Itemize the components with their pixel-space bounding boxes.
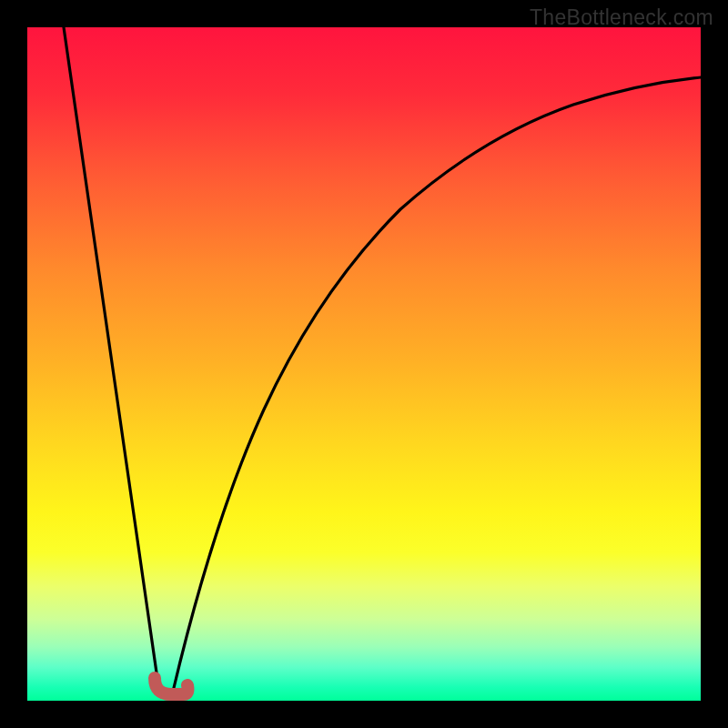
left-slope-line [64, 27, 159, 692]
valley-marker-icon [155, 678, 188, 694]
chart-frame: TheBottleneck.com [0, 0, 728, 728]
watermark-label: TheBottleneck.com [530, 5, 713, 30]
chart-svg [27, 27, 701, 701]
right-curve-line [173, 77, 701, 692]
plot-area [27, 27, 701, 701]
